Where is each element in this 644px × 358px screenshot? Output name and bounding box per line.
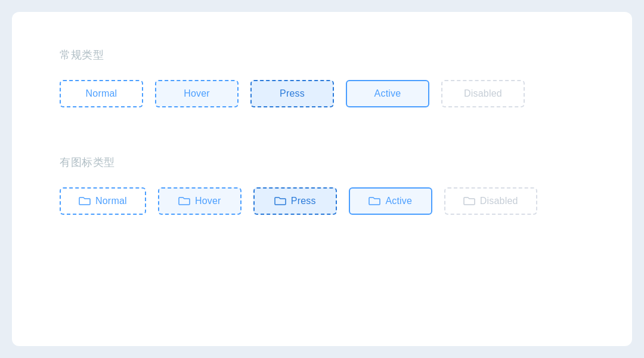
regular-normal-button[interactable]: Normal	[60, 80, 143, 107]
icon-normal-button[interactable]: Normal	[60, 187, 146, 215]
regular-button-row: Normal Hover Press Active Disabled	[60, 80, 584, 107]
icon-button-row: Normal Hover Press	[60, 187, 584, 215]
regular-press-button[interactable]: Press	[250, 80, 334, 107]
section-regular: 常规类型 Normal Hover Press Active Disabled	[60, 48, 584, 107]
regular-disabled-button: Disabled	[441, 80, 525, 107]
regular-hover-button[interactable]: Hover	[155, 80, 239, 107]
section-icon: 有图标类型 Normal Hover	[60, 155, 584, 215]
icon-disabled-label: Disabled	[480, 196, 518, 206]
folder-icon-normal	[79, 196, 91, 206]
icon-hover-button[interactable]: Hover	[158, 187, 242, 215]
folder-icon-hover	[178, 196, 190, 206]
section-regular-title: 常规类型	[60, 48, 584, 62]
folder-icon-active	[369, 196, 380, 206]
icon-disabled-button: Disabled	[444, 187, 537, 215]
icon-press-label: Press	[291, 196, 316, 206]
icon-press-button[interactable]: Press	[253, 187, 337, 215]
icon-hover-label: Hover	[195, 196, 221, 206]
folder-icon-disabled	[463, 196, 475, 206]
icon-normal-label: Normal	[95, 196, 127, 206]
regular-active-button[interactable]: Active	[346, 80, 429, 107]
icon-active-button[interactable]: Active	[349, 187, 432, 215]
icon-active-label: Active	[385, 196, 412, 206]
section-icon-title: 有图标类型	[60, 155, 584, 169]
folder-icon-press	[274, 196, 286, 206]
main-card: 常规类型 Normal Hover Press Active Disabled …	[12, 12, 632, 346]
